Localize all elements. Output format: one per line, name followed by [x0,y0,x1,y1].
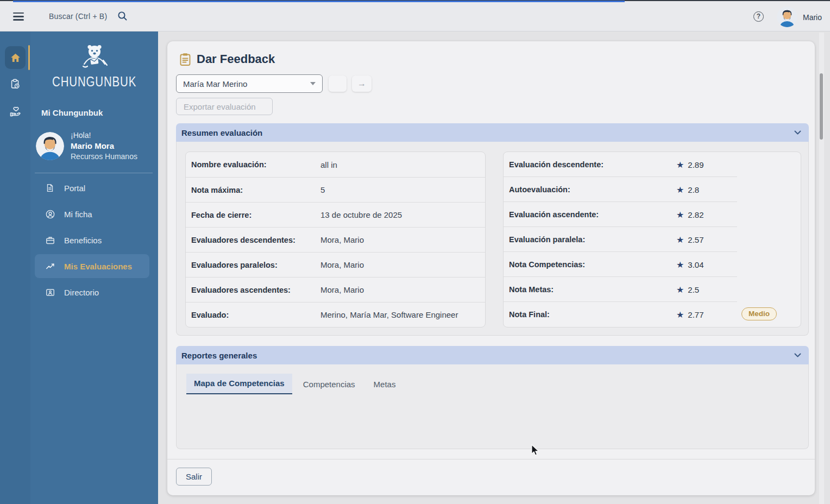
scrollbar-thumb[interactable] [820,73,823,140]
score-label: Nota Competencias: [509,260,585,269]
tab-metas[interactable]: Metas [366,375,404,394]
detail-value: Mora, Mario [320,235,364,244]
table-row: Nombre evaluación: all in [186,152,485,177]
search-icon[interactable] [117,11,128,23]
score-value: 2.8 [688,185,699,194]
star-icon: ★ [676,185,684,195]
detail-value: 13 de octubre de 2025 [320,210,402,219]
table-row: Evaluadores ascendentes: Mora, Mario [186,277,485,302]
score-label: Autoevaluación: [509,185,570,194]
table-row: Evaluación paralela: ★2.57 [504,227,801,252]
tab-competencias[interactable]: Competencias [295,375,363,394]
score-label: Evaluación descendente: [509,160,603,169]
sidebar-item-label: Directorio [64,288,99,297]
previous-button[interactable] [329,75,347,92]
score-label: Evaluación paralela: [509,235,585,244]
sidebar-item-label: Beneficios [64,236,102,245]
score-label: Nota Metas: [509,285,554,294]
sidebar-item-portal[interactable]: Portal [35,176,149,200]
table-row: Evaluación ascendente: ★2.82 [504,202,801,227]
sidebar-divider [35,173,153,173]
score-value: 2.77 [688,310,703,319]
rail-home-item[interactable] [5,46,26,69]
topbar: Buscar (Ctrl + B) ? Mario [0,1,830,32]
star-icon: ★ [676,160,684,170]
sidebar-item-beneficios[interactable]: Beneficios [35,228,149,252]
sidebar-section-title: Mi Chungunbuk [41,108,103,117]
table-row: Fecha de cierre: 13 de octubre de 2025 [186,202,485,227]
rail-active-indicator [28,45,30,70]
exit-button[interactable]: Salir [176,468,212,486]
page-title: Dar Feedback [197,52,275,66]
chungunbuk-logo-icon [30,42,158,72]
sidebar: CHUNGUNBUK Mi Chungunbuk ¡Hola! Mario Mo… [30,32,158,504]
export-evaluation-button[interactable]: Exportar evaluación [176,98,273,115]
star-icon: ★ [676,285,684,295]
sidebar-item-directorio[interactable]: Directorio [35,280,149,304]
tab-mapa-de-competencias[interactable]: Mapa de Competencias [186,374,292,394]
employee-select-value: María Mar Merino [183,79,310,89]
detail-value: 5 [320,185,325,194]
feedback-card: Dar Feedback María Mar Merino → Exportar… [167,41,815,495]
employee-select[interactable]: María Mar Merino [176,74,323,93]
table-row: Evaluación descendente: ★2.89 [504,152,801,177]
detail-value: Mora, Mario [320,260,364,269]
profile-role: Recursos Humanos [71,152,137,162]
benefits-hand-heart-icon[interactable] [9,105,22,121]
reports-panel-body: Mapa de Competencias Competencias Metas [176,364,809,449]
profile-name: Mario Mora [71,141,137,152]
reports-panel-title: Reportes generales [181,351,794,360]
help-icon[interactable]: ? [753,11,764,22]
score-value: 2.57 [688,235,703,244]
person-icon [45,209,55,219]
score-label: Nota Final: [509,310,550,319]
status-badge: Medio [741,307,777,320]
sidebar-item-mi-ficha[interactable]: Mi ficha [35,202,149,226]
reports-panel-header[interactable]: Reportes generales [176,346,809,364]
table-row: Evaluadores descendentes: Mora, Mario [186,227,485,252]
app-screen: Buscar (Ctrl + B) ? Mario [0,0,830,504]
sidebar-menu: Portal Mi ficha Beneficios [35,176,149,306]
chevron-down-icon[interactable] [794,353,801,358]
detail-label: Evaluadores paralelos: [191,261,278,269]
sidebar-item-mis-evaluaciones[interactable]: Mis Evaluaciones [35,254,149,278]
detail-label: Fecha de cierre: [191,211,251,219]
table-row: Evaluadores paralelos: Mora, Mario [186,252,485,277]
detail-label: Evaluadores ascendentes: [191,286,291,294]
evaluations-clipboard-icon[interactable] [9,78,21,92]
score-value: 3.04 [688,260,703,269]
detail-label: Evaluadores descendentes: [191,236,295,244]
hamburger-menu-icon[interactable] [13,12,24,21]
table-row: Nota máxima: 5 [186,177,485,202]
chevron-down-icon[interactable] [794,130,801,135]
id-card-icon [45,287,55,298]
score-value: 2.89 [688,160,703,169]
trend-icon [45,261,55,272]
table-row: Nota Competencias: ★3.04 [504,252,801,277]
sidebar-profile: ¡Hola! Mario Mora Recursos Humanos [36,130,137,162]
star-icon: ★ [676,235,684,245]
table-row: Nota Metas: ★2.5 [504,277,801,302]
search-input[interactable]: Buscar (Ctrl + B) [49,12,107,21]
sidebar-item-label: Mi ficha [64,210,92,219]
home-icon [10,52,21,64]
user-avatar[interactable] [777,7,797,27]
brand-name: CHUNGUNBUK [30,74,158,90]
document-icon [45,182,55,193]
profile-avatar[interactable] [36,132,64,160]
summary-panel-body: Nombre evaluación: all in Nota máxima: 5… [176,142,809,336]
reports-panel: Reportes generales Mapa de Competencias … [176,346,809,449]
evaluation-details-table: Nombre evaluación: all in Nota máxima: 5… [185,152,486,327]
detail-value: Mora, Mario [320,285,364,294]
reports-tabs: Mapa de Competencias Competencias Metas [186,374,403,394]
summary-panel-header[interactable]: Resumen evaluación [176,123,809,142]
star-icon: ★ [676,310,684,320]
icon-rail [0,32,30,504]
detail-value: Merino, María Mar, Software Engineer [320,310,458,319]
detail-value: all in [320,160,337,169]
topbar-username: Mario [803,13,822,22]
summary-panel-title: Resumen evaluación [181,128,794,137]
clipboard-icon [179,53,191,66]
next-arrow-button[interactable]: → [352,75,372,92]
star-icon: ★ [676,260,684,270]
